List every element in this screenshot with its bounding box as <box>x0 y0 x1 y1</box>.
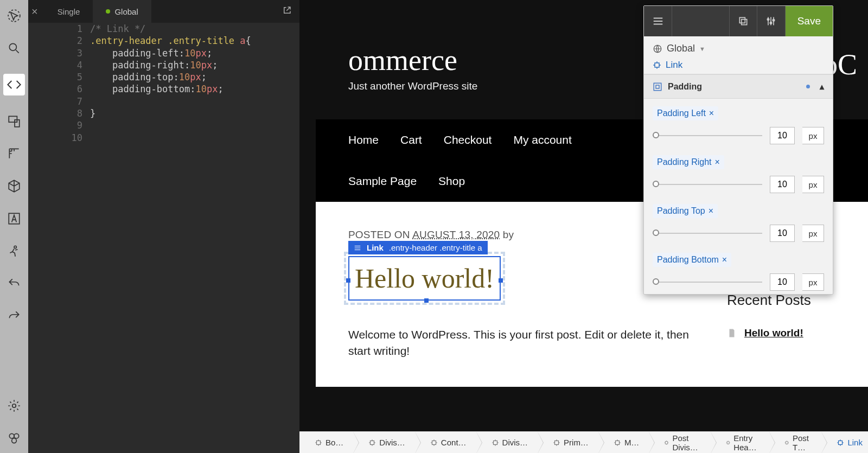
breadcrumb-item[interactable]: Post Divis… <box>649 432 711 453</box>
breadcrumb-item[interactable]: Divis… <box>353 432 415 453</box>
unit-select[interactable]: px <box>802 225 824 242</box>
resize-handle[interactable] <box>424 298 429 303</box>
svg-point-5 <box>14 246 16 248</box>
save-button[interactable]: Save <box>786 6 833 36</box>
modules-icon[interactable] <box>7 431 21 445</box>
devices-icon[interactable] <box>7 114 21 128</box>
svg-point-1 <box>9 43 16 50</box>
menu-icon[interactable] <box>644 6 672 36</box>
padding-chip[interactable]: Padding Right × <box>653 155 724 169</box>
padding-slider[interactable] <box>653 233 762 234</box>
selection-label[interactable]: Link .entry-header .entry-title a <box>348 241 488 254</box>
svg-rect-27 <box>727 441 729 443</box>
padding-slider[interactable] <box>653 184 762 185</box>
svg-rect-24 <box>555 441 559 444</box>
padding-value-input[interactable] <box>770 273 795 291</box>
code-tabs: × Single Global <box>28 0 299 23</box>
ruler-icon[interactable] <box>7 146 21 161</box>
code-icon[interactable] <box>3 74 25 95</box>
nav-shop[interactable]: Shop <box>438 161 465 202</box>
breadcrumb-item[interactable]: Bo… <box>299 432 353 453</box>
svg-rect-2 <box>9 116 17 122</box>
preview-pane: WooC ommerce Just another WordPress site… <box>299 0 868 431</box>
post-body: Welcome to WordPress. This is your first… <box>348 327 694 360</box>
modified-dot-icon <box>806 85 810 88</box>
entry-title-link[interactable]: Hello world! <box>348 256 501 301</box>
breadcrumb-bar: Bo…Divis…Cont…Divis…Prim…M…Post Divis…En… <box>299 431 868 453</box>
sliders-icon[interactable] <box>757 6 786 36</box>
remove-icon[interactable]: × <box>709 109 714 118</box>
svg-point-6 <box>12 404 16 408</box>
padding-chip[interactable]: Padding Bottom × <box>653 253 731 267</box>
svg-rect-19 <box>656 85 659 88</box>
recent-post-item[interactable]: Hello world! <box>727 327 868 339</box>
svg-rect-22 <box>432 441 436 444</box>
selected-element[interactable]: Link .entry-header .entry-title a Hello … <box>348 256 501 301</box>
breadcrumb-item[interactable]: Divis… <box>476 432 538 453</box>
selector-tool-icon[interactable] <box>7 9 21 23</box>
remove-icon[interactable]: × <box>722 255 727 265</box>
unit-select[interactable]: px <box>802 127 824 144</box>
padding-chip[interactable]: Padding Top × <box>653 204 718 218</box>
run-icon[interactable] <box>7 244 21 258</box>
popout-icon[interactable] <box>282 5 292 17</box>
globe-icon <box>653 44 662 54</box>
svg-point-13 <box>768 18 769 20</box>
gear-icon[interactable] <box>7 399 21 413</box>
padding-value-input[interactable] <box>770 225 795 242</box>
nav-home[interactable]: Home <box>348 119 379 161</box>
padding-slider[interactable] <box>653 135 762 136</box>
svg-rect-28 <box>786 441 788 443</box>
svg-rect-26 <box>666 441 668 444</box>
svg-rect-11 <box>741 20 746 25</box>
breadcrumb-item[interactable]: Prim… <box>538 432 598 453</box>
svg-rect-25 <box>615 441 619 444</box>
font-icon[interactable] <box>7 212 21 226</box>
line-gutter: 12345678910 <box>28 23 88 144</box>
tab-global[interactable]: Global <box>93 0 151 23</box>
post-date[interactable]: AUGUST 13, 2020 <box>412 229 500 240</box>
padding-chip[interactable]: Padding Left × <box>653 106 718 120</box>
breadcrumb-item[interactable]: Link <box>821 432 868 453</box>
tool-rail <box>0 0 28 453</box>
padding-slider[interactable] <box>653 282 762 283</box>
svg-rect-23 <box>493 441 497 444</box>
svg-point-7 <box>9 433 14 438</box>
breadcrumb-item[interactable]: M… <box>598 432 649 453</box>
code-panel: × Single Global 12345678910 /* Link */ .… <box>28 0 299 453</box>
search-icon[interactable] <box>7 41 21 55</box>
inspector-panel: Save Global▼ Link Padding ▴ Padding Left… <box>643 5 833 295</box>
post-meta: POSTED ON AUGUST 13, 2020 by <box>348 229 694 241</box>
padding-value-input[interactable] <box>770 127 795 144</box>
resize-handle[interactable] <box>499 278 503 283</box>
breadcrumb-item[interactable]: Entry Hea… <box>711 432 770 453</box>
padding-value-input[interactable] <box>770 176 795 193</box>
selector-link[interactable]: Link <box>653 60 824 71</box>
close-icon[interactable]: × <box>31 5 38 18</box>
svg-rect-21 <box>371 441 374 444</box>
cube-icon[interactable] <box>7 179 21 193</box>
scope-selector[interactable]: Global▼ <box>653 43 824 54</box>
remove-icon[interactable]: × <box>709 206 713 216</box>
svg-point-15 <box>773 20 775 21</box>
code-editor[interactable]: /* Link */ .entry-header .entry-title a{… <box>90 23 299 119</box>
nav-cart[interactable]: Cart <box>400 119 422 161</box>
redo-icon[interactable] <box>7 309 21 323</box>
nav-sample[interactable]: Sample Page <box>348 161 417 202</box>
unit-select[interactable]: px <box>802 273 824 291</box>
padding-icon <box>653 82 662 92</box>
resize-handle[interactable] <box>346 278 350 283</box>
copy-icon[interactable] <box>729 6 757 36</box>
unit-select[interactable]: px <box>802 176 824 193</box>
breadcrumb-item[interactable]: Post T… <box>769 432 821 453</box>
breadcrumb-item[interactable]: Cont… <box>415 432 476 453</box>
undo-icon[interactable] <box>7 277 21 291</box>
svg-rect-12 <box>739 17 745 23</box>
svg-rect-20 <box>317 441 321 444</box>
remove-icon[interactable]: × <box>715 157 720 167</box>
svg-rect-17 <box>655 63 659 67</box>
nav-checkout[interactable]: Checkout <box>444 119 492 161</box>
nav-account[interactable]: My account <box>513 119 571 161</box>
section-padding[interactable]: Padding ▴ <box>644 74 833 99</box>
tab-single[interactable]: Single <box>44 0 93 23</box>
